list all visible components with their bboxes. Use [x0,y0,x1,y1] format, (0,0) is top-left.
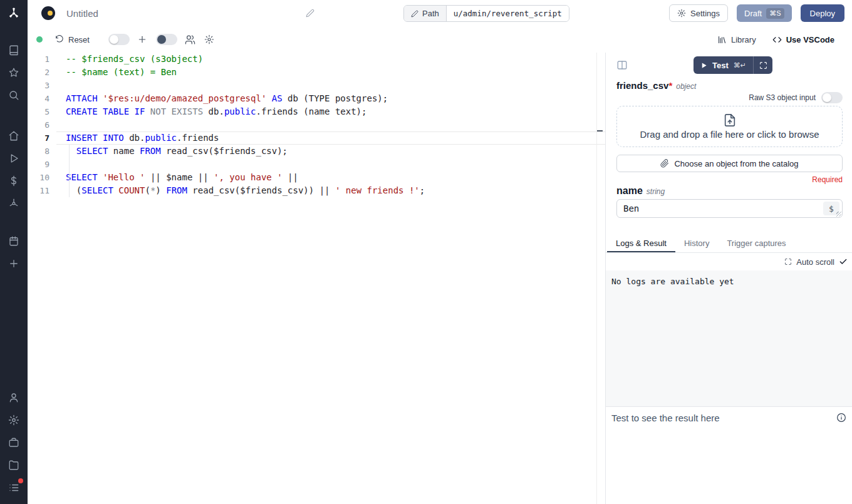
account-user-icon[interactable] [0,386,28,409]
draft-button[interactable]: Draft ⌘S [737,4,792,22]
use-vscode-button[interactable]: Use VSCode [772,35,834,44]
settings-button[interactable]: Settings [669,4,728,22]
line-number[interactable]: 4 [28,92,56,105]
add-plus-icon[interactable] [137,34,147,44]
choose-object-button[interactable]: Choose an object from the catalog [616,155,843,172]
scrollbar-gutter [596,53,597,504]
code-line[interactable]: 3 [28,79,605,92]
line-number[interactable]: 10 [28,171,56,184]
variables-dollar-icon[interactable] [0,170,28,192]
raw-s3-toggle[interactable] [821,92,843,103]
arg-type: object [676,82,696,91]
line-content[interactable]: SELECT 'Hello ' || $name || ', you have … [56,171,605,184]
line-content[interactable]: INSERT INTO db.public.friends [56,131,605,145]
result-placeholder: Test to see the result here [611,413,720,423]
required-star: * [668,80,672,91]
code-line[interactable]: 4ATTACH '$res:u/demo/amazed_postgresql' … [28,92,605,105]
code-line[interactable]: 8 SELECT name FROM read_csv($friends_csv… [28,145,605,158]
line-number[interactable]: 5 [28,105,56,118]
line-content[interactable]: SELECT name FROM read_csv($friends_csv); [56,145,605,158]
file-upload-icon [723,113,737,127]
raw-s3-label: Raw S3 object input [749,93,816,102]
test-button[interactable]: Test ⌘↵ [694,56,753,74]
docs-icon[interactable] [0,39,28,61]
notification-dot [18,478,23,483]
line-content[interactable]: -- $name (text) = Ben [56,66,605,79]
run-panel: Test ⌘↵ friends_csv* object Raw S3 objec… [605,53,852,504]
path-label: Path [422,9,439,18]
name-input[interactable] [617,200,842,217]
name-input-wrap: $ [616,199,843,218]
expand-test-icon[interactable] [753,56,772,74]
home-icon[interactable] [0,125,28,147]
code-line[interactable]: 2-- $name (text) = Ben [28,66,605,79]
deploy-button[interactable]: Deploy [801,4,844,22]
expand-logs-icon[interactable] [784,258,792,265]
windmill-logo-icon[interactable] [0,0,28,28]
code-line[interactable]: 6 [28,118,605,131]
code-line[interactable]: 5CREATE TABLE IF NOT EXISTS db.public.fr… [28,105,605,118]
tab-history[interactable]: History [675,234,718,252]
code-line[interactable]: 11 (SELECT COUNT(*) FROM read_csv($frien… [28,184,605,197]
line-content[interactable] [56,79,605,92]
line-number[interactable]: 6 [28,118,56,131]
edit-path-button[interactable]: Path [404,6,446,21]
dropzone-text: Drag and drop a file here or click to br… [640,129,819,140]
workers-briefcase-icon[interactable] [0,431,28,454]
autoscroll-check-icon[interactable] [839,257,848,266]
toggle-panel-icon[interactable] [616,59,628,71]
line-content[interactable]: ATTACH '$res:u/demo/amazed_postgresql' A… [56,92,605,105]
code-lines: 1-- $friends_csv (s3object)2-- $name (te… [28,53,605,197]
scrollbar-cursor-marker[interactable] [597,130,603,131]
code-line[interactable]: 9 [28,158,605,171]
tab-logs-result[interactable]: Logs & Result [607,234,675,252]
edit-title-pencil-icon[interactable] [306,9,314,18]
toggle-diff-mode[interactable] [108,34,130,45]
collaborators-users-icon[interactable] [185,34,195,45]
line-content[interactable]: -- $friends_csv (s3object) [56,53,605,66]
audit-logs-list-icon[interactable] [0,476,28,499]
autoscroll-label[interactable]: Auto scroll [796,257,834,267]
line-number[interactable]: 8 [28,145,56,158]
code-editor[interactable]: 1-- $friends_csv (s3object)2-- $name (te… [28,53,605,504]
folders-icon[interactable] [0,454,28,476]
line-number[interactable]: 9 [28,158,56,171]
code-line[interactable]: 1-- $friends_csv (s3object) [28,53,605,66]
line-content[interactable] [56,118,605,131]
editor-settings-gear-icon[interactable] [204,34,214,44]
library-button[interactable]: Library [717,35,756,44]
test-button-group: Test ⌘↵ [694,56,772,74]
logs-empty-text: No logs are available yet [611,277,734,286]
line-number[interactable]: 1 [28,53,56,66]
search-icon[interactable] [0,84,28,106]
workspace-settings-gear-icon[interactable] [0,409,28,431]
arg-name-header: name string [616,185,843,197]
path-value[interactable]: u/admin/reverent_script [446,6,569,21]
line-content[interactable]: (SELECT COUNT(*) FROM read_csv($friends_… [56,184,605,197]
code-line[interactable]: 10SELECT 'Hello ' || $name || ', you hav… [28,171,605,184]
favorites-star-icon[interactable] [0,61,28,84]
workspace-avatar[interactable] [41,6,55,20]
paperclip-icon [660,159,669,168]
line-number[interactable]: 3 [28,79,56,92]
script-title[interactable]: Untitled [66,8,98,19]
tab-trigger-captures[interactable]: Trigger captures [718,234,794,252]
schedules-calendar-icon[interactable] [0,230,28,252]
arg-friends-csv-header: friends_csv* object [616,80,843,91]
line-number[interactable]: 2 [28,66,56,79]
runs-play-icon[interactable] [0,147,28,170]
result-area: Test to see the result here [606,406,852,429]
rotate-icon [55,35,64,44]
code-line[interactable]: 7INSERT INTO db.public.friends [28,131,605,145]
reset-button[interactable]: Reset [55,35,90,44]
library-icon [717,35,727,44]
toggle-assistant[interactable] [156,34,177,45]
info-icon[interactable] [836,413,846,423]
file-dropzone[interactable]: Drag and drop a file here or click to br… [616,106,843,147]
line-number[interactable]: 7 [28,131,56,145]
line-content[interactable] [56,158,605,171]
line-content[interactable]: CREATE TABLE IF NOT EXISTS db.public.fri… [56,105,605,118]
resources-icon[interactable] [0,192,28,215]
line-number[interactable]: 11 [28,184,56,197]
create-plus-icon[interactable] [0,252,28,275]
